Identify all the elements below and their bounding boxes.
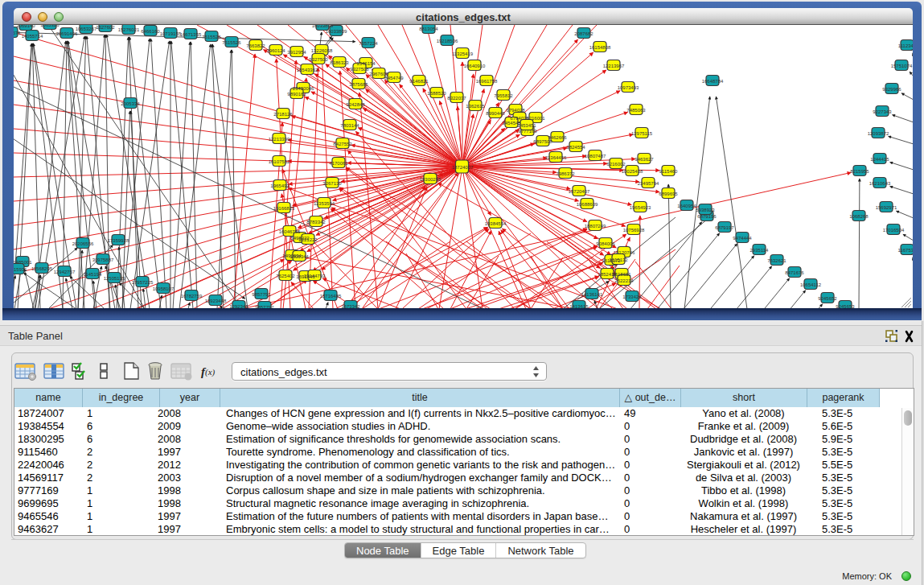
svg-text:8471676: 8471676: [785, 270, 804, 275]
svg-text:16120746: 16120746: [614, 250, 635, 255]
svg-text:8618651: 8618651: [612, 272, 631, 277]
svg-text:7485063: 7485063: [626, 108, 646, 113]
svg-text:1405571: 1405571: [14, 31, 21, 35]
svg-text:19654923: 19654923: [630, 205, 651, 210]
svg-text:7663822: 7663822: [246, 43, 265, 48]
svg-text:3267130: 3267130: [322, 181, 342, 186]
svg-text:16210643: 16210643: [869, 181, 891, 186]
svg-text:9474444: 9474444: [733, 236, 752, 241]
svg-text:9245652: 9245652: [818, 296, 837, 301]
svg-text:7462666: 7462666: [548, 135, 567, 140]
svg-text:12093872: 12093872: [868, 131, 889, 136]
svg-text:1362615: 1362615: [466, 104, 485, 109]
svg-text:12942757: 12942757: [54, 270, 76, 274]
svg-text:7803144: 7803144: [340, 123, 359, 128]
svg-text:10973493: 10973493: [618, 85, 639, 90]
svg-text:19384554: 19384554: [485, 221, 507, 226]
svg-text:2005334: 2005334: [121, 101, 140, 106]
svg-text:3453451: 3453451: [517, 123, 536, 128]
svg-text:10958107: 10958107: [153, 286, 175, 291]
svg-text:9115460: 9115460: [659, 169, 679, 174]
svg-text:8427552: 8427552: [333, 142, 352, 146]
svg-text:1673342: 1673342: [341, 304, 360, 309]
svg-text:4170061: 4170061: [329, 161, 348, 166]
svg-text:9227343: 9227343: [873, 109, 892, 114]
svg-text:9857792: 9857792: [255, 305, 274, 309]
svg-text:1167533: 1167533: [898, 248, 913, 253]
svg-text:11325419: 11325419: [452, 51, 474, 56]
svg-text:2069140: 2069140: [16, 25, 35, 28]
svg-text:19144793: 19144793: [304, 274, 326, 278]
svg-text:2718126: 2718126: [273, 112, 293, 117]
svg-text:14055714: 14055714: [22, 34, 43, 39]
svg-text:15692971: 15692971: [876, 205, 897, 210]
svg-text:8186323: 8186323: [330, 60, 349, 65]
svg-text:7515526: 7515526: [202, 35, 221, 39]
svg-text:16961758: 16961758: [476, 79, 498, 84]
svg-text:9463627: 9463627: [634, 157, 654, 162]
svg-text:16543362: 16543362: [297, 68, 318, 72]
svg-text:11568295: 11568295: [31, 266, 53, 271]
svg-text:16671355: 16671355: [180, 32, 202, 37]
svg-text:8215955: 8215955: [850, 169, 869, 174]
svg-text:10654112: 10654112: [800, 282, 822, 287]
svg-text:3824554: 3824554: [566, 145, 585, 150]
svg-text:15276021: 15276021: [118, 27, 140, 32]
svg-text:17957225: 17957225: [132, 280, 154, 285]
svg-text:3960124: 3960124: [266, 48, 285, 53]
svg-text:3875685: 3875685: [349, 82, 368, 87]
svg-text:6879197: 6879197: [715, 225, 734, 230]
svg-text:3915931: 3915931: [14, 267, 27, 272]
svg-text:1413615: 1413615: [569, 304, 589, 309]
svg-text:16154808: 16154808: [589, 45, 611, 50]
svg-text:6466160: 6466160: [141, 29, 160, 34]
svg-text:12975115: 12975115: [631, 131, 653, 136]
svg-text:1809344: 1809344: [290, 254, 309, 259]
svg-text:1485001: 1485001: [14, 260, 32, 265]
svg-text:1588520: 1588520: [427, 91, 446, 96]
svg-text:12505135: 12505135: [104, 276, 125, 281]
svg-text:9084006: 9084006: [596, 241, 615, 246]
svg-text:1145194: 1145194: [84, 272, 103, 277]
svg-text:9327508: 9327508: [350, 67, 369, 72]
svg-text:2522214: 2522214: [614, 278, 634, 283]
svg-text:9245653: 9245653: [836, 304, 855, 309]
svg-text:6216001: 6216001: [526, 116, 545, 121]
svg-text:2087682: 2087682: [574, 31, 593, 36]
svg-text:2935114: 2935114: [750, 248, 770, 253]
svg-text:13226058: 13226058: [311, 48, 333, 53]
svg-text:10653267: 10653267: [76, 27, 97, 31]
svg-text:9777169: 9777169: [518, 129, 537, 134]
svg-text:20691406: 20691406: [56, 31, 78, 36]
svg-text:10719155: 10719155: [160, 31, 182, 36]
svg-text:12213967: 12213967: [603, 64, 625, 68]
svg-text:2221222: 2221222: [298, 237, 318, 242]
svg-text:10807487: 10807487: [585, 154, 606, 159]
svg-text:16640910: 16640910: [464, 64, 486, 68]
svg-text:7515526: 7515526: [222, 40, 241, 45]
svg-text:8322037: 8322037: [447, 96, 466, 101]
svg-text:9857791: 9857791: [252, 292, 271, 297]
svg-text:16033809: 16033809: [312, 25, 334, 28]
svg-text:19218506: 19218506: [437, 39, 458, 43]
svg-text:1068268: 1068268: [849, 214, 869, 219]
svg-text:1615132: 1615132: [609, 257, 628, 262]
svg-text:1244415: 1244415: [870, 157, 889, 162]
svg-text:15720407: 15720407: [569, 189, 590, 194]
svg-text:7357224: 7357224: [359, 41, 378, 46]
svg-text:9890162: 9890162: [287, 92, 306, 97]
svg-text:23495794: 23495794: [638, 181, 659, 186]
svg-text:15716485: 15716485: [320, 294, 342, 299]
svg-text:7632621: 7632621: [767, 258, 786, 263]
svg-text:6899695: 6899695: [659, 192, 678, 196]
svg-text:19166825: 19166825: [273, 206, 295, 211]
svg-text:3912954: 3912954: [287, 50, 306, 55]
svg-text:7955812: 7955812: [494, 93, 513, 98]
svg-text:21364456: 21364456: [545, 155, 567, 160]
svg-text:8783342: 8783342: [306, 220, 326, 225]
svg-text:8813054: 8813054: [419, 27, 438, 31]
svg-text:16107552: 16107552: [269, 159, 290, 164]
svg-text:1733426: 1733426: [622, 295, 642, 299]
svg-text:7986372: 7986372: [556, 171, 575, 176]
svg-text:16033809: 16033809: [326, 29, 347, 34]
